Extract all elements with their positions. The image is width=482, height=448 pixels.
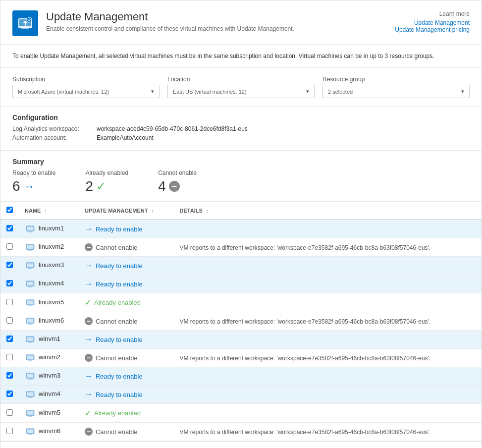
svg-rect-11 xyxy=(29,249,31,250)
vm-status-cell: →Ready to enable xyxy=(79,275,174,293)
configuration-title: Configuration xyxy=(12,113,470,121)
row-checkbox-cell[interactable] xyxy=(0,257,19,275)
vm-name-label: linuxvm6 xyxy=(39,317,64,324)
vm-icon xyxy=(25,335,36,344)
vm-name-cell: linuxvm4 xyxy=(19,275,79,293)
table-row: winvm6−Cannot enableVM reports to a diff… xyxy=(0,423,482,441)
table-row: winvm5✓Already enabled xyxy=(0,404,482,423)
status-check-icon: ✓ xyxy=(85,408,91,418)
select-all-header[interactable] xyxy=(0,202,19,220)
checkbox-winvm3[interactable] xyxy=(6,372,13,379)
svg-rect-18 xyxy=(27,282,33,285)
checkbox-linuxvm5[interactable] xyxy=(6,299,13,305)
vm-status-cell: →Ready to enable xyxy=(79,257,174,275)
svg-rect-14 xyxy=(27,264,33,267)
update-management-pricing-link[interactable]: Update Management pricing xyxy=(395,26,470,33)
checkbox-winvm4[interactable] xyxy=(6,391,13,397)
row-checkbox-cell[interactable] xyxy=(0,404,19,423)
checkbox-winvm1[interactable] xyxy=(6,336,13,342)
update-sort-icon[interactable]: ↕ xyxy=(152,208,154,214)
status-text: Cannot enable xyxy=(96,428,138,436)
resource-group-dropdown[interactable]: 2 selected ▾ xyxy=(322,85,470,98)
checkbox-linuxvm1[interactable] xyxy=(6,225,13,231)
configuration-section: Configuration Log Analytics workspace: w… xyxy=(0,107,482,151)
checkbox-winvm5[interactable] xyxy=(6,409,13,416)
details-sort-icon[interactable]: ↕ xyxy=(206,208,209,214)
status-ready: →Ready to enable xyxy=(85,261,168,270)
status-enabled: ✓Already enabled xyxy=(85,408,168,418)
status-enabled: ✓Already enabled xyxy=(85,298,168,307)
svg-rect-15 xyxy=(29,268,31,268)
table-row: linuxvm2−Cannot enableVM reports to a di… xyxy=(0,238,482,257)
vm-name-cell: linuxvm6 xyxy=(19,312,79,331)
checkbox-linuxvm4[interactable] xyxy=(6,280,13,286)
checkbox-winvm6[interactable] xyxy=(6,428,13,434)
row-checkbox-cell[interactable] xyxy=(0,423,19,441)
checkbox-linuxvm3[interactable] xyxy=(6,262,13,268)
svg-rect-8 xyxy=(28,232,33,232)
subscription-dropdown[interactable]: Microsoft Azure (virtual machines: 12) ▾ xyxy=(12,85,160,98)
vm-icon xyxy=(25,298,36,307)
location-dropdown[interactable]: East US (virtual machines: 12) ▾ xyxy=(167,85,315,98)
location-value: East US (virtual machines: 12) xyxy=(173,89,247,95)
row-checkbox-cell[interactable] xyxy=(0,275,19,293)
row-checkbox-cell[interactable] xyxy=(0,312,19,331)
checkbox-linuxvm6[interactable] xyxy=(6,317,13,324)
select-all-checkbox[interactable] xyxy=(6,207,13,213)
subscription-label: Subscription xyxy=(12,76,160,83)
svg-rect-52 xyxy=(28,435,33,435)
vm-status-cell: −Cannot enable xyxy=(79,238,174,257)
status-text: Cannot enable xyxy=(96,354,138,362)
status-cannot: −Cannot enable xyxy=(85,354,168,362)
page-title: Update Management xyxy=(46,10,294,23)
update-mgmt-column-header: UPDATE MANAGEMENT ↕ xyxy=(79,202,174,220)
table-row: winvm3→Ready to enable xyxy=(0,367,482,386)
page-subtitle: Enable consistent control and compliance… xyxy=(46,25,294,32)
svg-rect-46 xyxy=(27,411,33,414)
row-checkbox-cell[interactable] xyxy=(0,386,19,404)
svg-rect-48 xyxy=(28,416,33,416)
status-check-icon: ✓ xyxy=(85,298,91,307)
vm-name-cell: winvm3 xyxy=(19,367,79,386)
name-sort-icon[interactable]: ↑ xyxy=(44,208,47,214)
vm-details-cell: VM reports to a different workspace: 'wo… xyxy=(174,423,482,441)
vm-status-cell: ✓Already enabled xyxy=(79,293,174,312)
header-text-block: Update Management Enable consistent cont… xyxy=(46,10,294,36)
vm-icon xyxy=(25,224,36,233)
automation-row: Automation account: ExampleAutoAccount xyxy=(12,134,470,141)
vm-name-label: winvm4 xyxy=(39,390,60,397)
vm-status-cell: −Cannot enable xyxy=(79,312,174,331)
workspace-label: Log Analytics workspace: xyxy=(12,125,97,132)
svg-rect-47 xyxy=(29,415,31,416)
cannot-minus-icon: − xyxy=(169,181,180,192)
checkbox-linuxvm2[interactable] xyxy=(6,243,13,250)
update-management-link[interactable]: Update Management xyxy=(395,19,470,26)
subscription-chevron: ▾ xyxy=(151,88,154,95)
table-row: winvm4→Ready to enable xyxy=(0,386,482,404)
resource-group-chevron: ▾ xyxy=(461,88,464,95)
row-checkbox-cell[interactable] xyxy=(0,220,19,238)
vm-status-cell: →Ready to enable xyxy=(79,367,174,386)
vm-details-cell xyxy=(174,220,482,238)
row-checkbox-cell[interactable] xyxy=(0,367,19,386)
row-checkbox-cell[interactable] xyxy=(0,238,19,257)
status-text: Already enabled xyxy=(94,409,141,417)
svg-rect-3 xyxy=(21,28,29,29)
row-checkbox-cell[interactable] xyxy=(0,349,19,367)
vm-details-cell xyxy=(174,331,482,349)
row-checkbox-cell[interactable] xyxy=(0,293,19,312)
automation-label: Automation account: xyxy=(12,134,97,141)
row-checkbox-cell[interactable] xyxy=(0,331,19,349)
vm-status-cell: −Cannot enable xyxy=(79,349,174,367)
svg-rect-12 xyxy=(28,250,33,251)
subscription-dropdown-group: Subscription Microsoft Azure (virtual ma… xyxy=(12,76,160,98)
vm-name-cell: linuxvm2 xyxy=(19,238,79,257)
svg-rect-39 xyxy=(29,378,31,379)
workspace-row: Log Analytics workspace: workspace-aced4… xyxy=(12,125,470,132)
status-text: Ready to enable xyxy=(96,262,143,270)
checkbox-winvm2[interactable] xyxy=(6,354,13,360)
vm-details-cell xyxy=(174,386,482,404)
svg-rect-28 xyxy=(28,324,33,325)
svg-rect-20 xyxy=(28,287,33,287)
name-col-label: NAME xyxy=(25,208,41,214)
